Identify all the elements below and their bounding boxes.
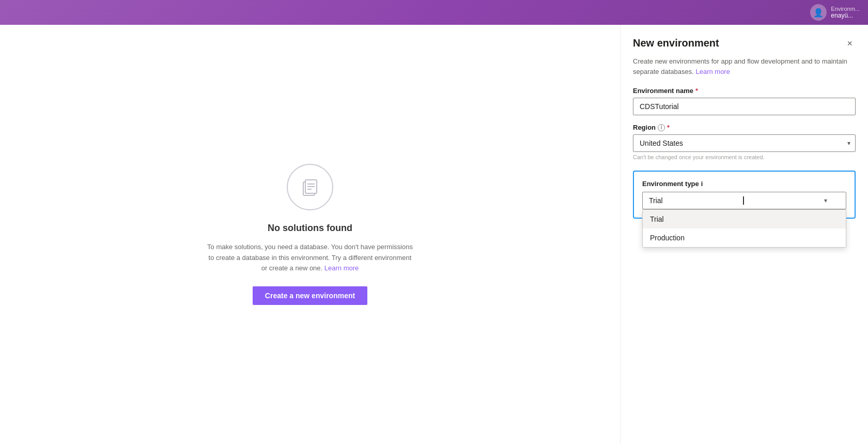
region-dropdown-wrapper: United States Europe Asia Pacific Austra… <box>633 134 856 152</box>
required-indicator: * <box>695 87 698 95</box>
create-environment-button[interactable]: Create a new environment <box>253 286 367 305</box>
env-type-dropdown[interactable]: Trial ▾ Trial Production <box>642 192 846 209</box>
empty-description: To make solutions, you need a database. … <box>207 242 413 274</box>
learn-more-link[interactable]: Learn more <box>324 264 359 272</box>
user-info[interactable]: 👤 Environm... enayü... <box>810 4 860 21</box>
env-type-dropdown-list: Trial Production <box>642 209 846 248</box>
main-layout: No solutions found To make solutions, yo… <box>0 25 868 444</box>
env-type-dropdown-trigger[interactable]: Trial ▾ <box>642 192 846 209</box>
region-hint: Can't be changed once your environment i… <box>633 154 856 160</box>
env-type-info-icon[interactable]: i <box>701 180 703 188</box>
close-button[interactable]: × <box>844 37 856 50</box>
region-required: * <box>667 124 670 131</box>
env-type-option-production[interactable]: Production <box>643 228 846 247</box>
panel-learn-more-link[interactable]: Learn more <box>695 68 730 75</box>
env-type-chevron-icon: ▾ <box>824 197 827 204</box>
topbar-username: enayü... <box>831 12 860 19</box>
env-type-section: Environment type i Trial ▾ Trial Product… <box>633 171 856 219</box>
avatar: 👤 <box>810 4 827 21</box>
env-type-selected-value: Trial <box>649 196 663 205</box>
content-area: No solutions found To make solutions, yo… <box>0 25 620 444</box>
region-label: Region i * <box>633 124 856 131</box>
empty-state-icon <box>287 164 333 210</box>
cursor-indicator <box>743 196 744 205</box>
env-type-label: Environment type i <box>642 180 846 188</box>
region-dropdown[interactable]: United States Europe Asia Pacific Austra… <box>633 134 856 152</box>
topbar-env-label: Environm... <box>831 6 860 12</box>
env-name-field: Environment name * <box>633 87 856 115</box>
topbar: 👤 Environm... enayü... <box>0 0 868 25</box>
empty-title: No solutions found <box>268 223 352 234</box>
side-panel: New environment × Create new environment… <box>620 25 868 444</box>
panel-description: Create new environments for app and flow… <box>633 56 856 76</box>
region-field: Region i * United States Europe Asia Pac… <box>633 124 856 160</box>
panel-title: New environment <box>633 37 719 49</box>
panel-header: New environment × <box>633 37 856 50</box>
region-info-icon[interactable]: i <box>658 124 665 131</box>
env-type-option-trial[interactable]: Trial <box>643 210 846 228</box>
env-name-label: Environment name * <box>633 87 856 95</box>
env-name-input[interactable] <box>633 98 856 115</box>
